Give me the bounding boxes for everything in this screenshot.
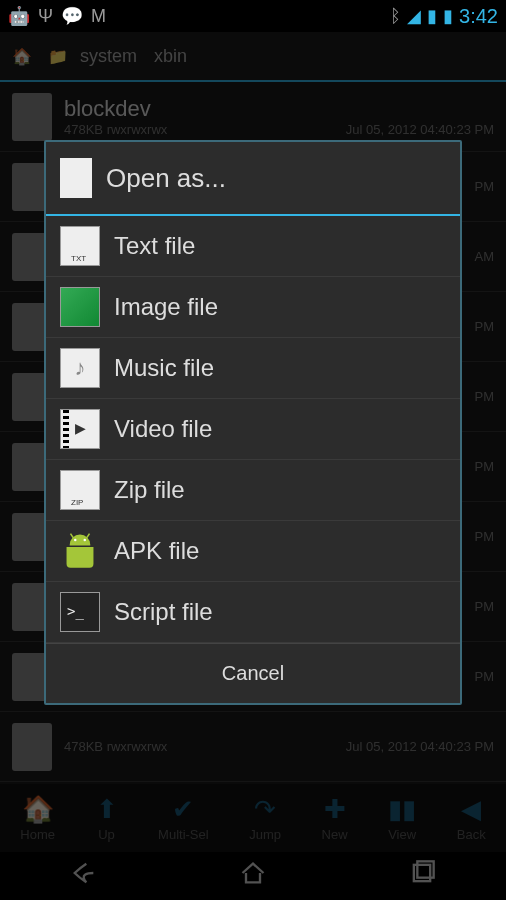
dialog-title: Open as... [106, 163, 226, 194]
option-label: Zip file [114, 476, 185, 504]
bluetooth-icon: ᛒ [390, 6, 401, 27]
sms-icon: 💬 [61, 5, 83, 27]
pause-button[interactable]: ▮▮ View [388, 794, 416, 842]
tool-label: Multi-Sel [158, 827, 209, 842]
option-label: APK file [114, 537, 199, 565]
image-icon [60, 287, 100, 327]
file-date: PM [475, 669, 495, 684]
tool-label: Up [98, 827, 115, 842]
open-as-option[interactable]: Script file [46, 582, 460, 643]
file-size-perms: 478KB rwxrwxrwx [64, 122, 167, 137]
file-icon [60, 158, 92, 198]
pause-icon: ▮▮ [388, 794, 416, 825]
option-label: Music file [114, 354, 214, 382]
nav-bar [0, 852, 506, 900]
file-date: Jul 05, 2012 04:40:23 PM [346, 739, 494, 754]
open-as-option[interactable]: Zip file [46, 460, 460, 521]
open-as-option[interactable]: Image file [46, 277, 460, 338]
home-nav-button[interactable] [239, 859, 267, 894]
file-date: Jul 05, 2012 04:40:23 PM [346, 122, 494, 137]
up-button[interactable]: ⬆ Up [96, 794, 118, 842]
music-icon: ♪ [60, 348, 100, 388]
home-button[interactable]: 🏠 Home [20, 794, 55, 842]
file-date: PM [475, 459, 495, 474]
breadcrumb-segment[interactable]: xbin [154, 46, 187, 66]
cancel-button[interactable]: Cancel [46, 643, 460, 703]
jump-button[interactable]: ↷ Jump [249, 794, 281, 842]
svg-point-1 [83, 539, 86, 542]
apk-icon [60, 531, 100, 571]
dialog-header: Open as... [46, 142, 460, 216]
breadcrumb[interactable]: system xbin [80, 46, 199, 67]
file-name: blockdev [64, 96, 494, 122]
file-date: PM [475, 599, 495, 614]
option-label: Text file [114, 232, 195, 260]
file-date: AM [475, 249, 495, 264]
open-as-option[interactable]: Text file [46, 216, 460, 277]
breadcrumb-segment[interactable]: system [80, 46, 137, 66]
clock: 3:42 [459, 5, 498, 28]
toolbar: 🏠 Home⬆ Up✔ Multi-Sel↷ Jump✚ New▮▮ View◀… [0, 784, 506, 852]
wifi-icon: ◢ [407, 5, 421, 27]
file-date: PM [475, 389, 495, 404]
file-date: PM [475, 529, 495, 544]
file-icon [12, 93, 52, 141]
gmail-icon: M [91, 6, 106, 27]
open-as-dialog: Open as... Text file Image file ♪ Music … [44, 140, 462, 705]
open-as-option[interactable]: APK file [46, 521, 460, 582]
list-item[interactable]: 478KB rwxrwxrwx Jul 05, 2012 04:40:23 PM [0, 712, 506, 782]
check-icon: ✔ [172, 794, 194, 825]
battery-icon: ▮ [443, 5, 453, 27]
header: 🏠 📁 system xbin [0, 32, 506, 82]
back-nav-button[interactable] [70, 859, 98, 894]
option-label: Script file [114, 598, 213, 626]
svg-point-0 [74, 539, 77, 542]
recent-nav-button[interactable] [408, 859, 436, 894]
signal-icon: ▮ [427, 5, 437, 27]
file-date: PM [475, 319, 495, 334]
back-button[interactable]: ◀ Back [457, 794, 486, 842]
plus-icon: ✚ [324, 794, 346, 825]
home-icon: 🏠 [22, 794, 54, 825]
tool-label: New [322, 827, 348, 842]
script-icon [60, 592, 100, 632]
open-as-option[interactable]: ♪ Music file [46, 338, 460, 399]
status-bar: 🤖 Ψ 💬 M ᛒ ◢ ▮ ▮ 3:42 [0, 0, 506, 32]
plus-button[interactable]: ✚ New [322, 794, 348, 842]
check-button[interactable]: ✔ Multi-Sel [158, 794, 209, 842]
zip-icon [60, 470, 100, 510]
usb-icon: Ψ [38, 6, 53, 27]
tool-label: Back [457, 827, 486, 842]
android-icon: 🤖 [8, 5, 30, 27]
folder-icon[interactable]: 📁 [44, 42, 72, 70]
tool-label: Home [20, 827, 55, 842]
option-label: Image file [114, 293, 218, 321]
file-size-perms: 478KB rwxrwxrwx [64, 739, 167, 754]
txt-icon [60, 226, 100, 266]
option-label: Video file [114, 415, 212, 443]
video-icon [60, 409, 100, 449]
file-date: PM [475, 179, 495, 194]
back-icon: ◀ [461, 794, 481, 825]
file-icon [12, 723, 52, 771]
up-icon: ⬆ [96, 794, 118, 825]
jump-icon: ↷ [254, 794, 276, 825]
tool-label: Jump [249, 827, 281, 842]
open-as-option[interactable]: Video file [46, 399, 460, 460]
dialog-list: Text file Image file ♪ Music file Video … [46, 216, 460, 643]
tool-label: View [388, 827, 416, 842]
home-icon[interactable]: 🏠 [8, 42, 36, 70]
